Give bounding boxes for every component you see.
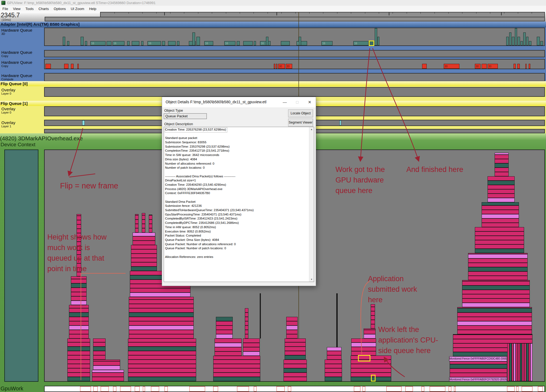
queued-work-segment[interactable]: [67, 355, 90, 360]
menu-item-tools[interactable]: Tools: [23, 6, 36, 11]
queued-work-segment[interactable]: [93, 338, 106, 342]
queued-work-stripe[interactable]: [524, 343, 526, 381]
queued-work-stripe[interactable]: [509, 343, 512, 381]
queue-packet-block[interactable]: [526, 37, 528, 45]
overlay0a-track[interactable]: [44, 87, 545, 97]
queued-work-segment[interactable]: [69, 325, 89, 330]
queue-packet-block[interactable]: [375, 28, 377, 45]
queued-work-segment[interactable]: [69, 308, 89, 313]
queued-work-segment[interactable]: [462, 290, 530, 294]
close-icon[interactable]: ✕: [304, 97, 316, 107]
queued-work-segment[interactable]: [488, 189, 515, 194]
queue-packet-block[interactable]: [299, 37, 301, 45]
gpuwork-block[interactable]: [143, 386, 145, 391]
queued-work-segment[interactable]: [71, 279, 87, 283]
queue-packet-block[interactable]: 16: [224, 41, 235, 45]
queued-work-segment[interactable]: [468, 253, 528, 254]
copy-packet-block[interactable]: 30: [488, 64, 498, 69]
queued-work-segment[interactable]: [69, 305, 89, 308]
queued-work-segment[interactable]: [213, 373, 260, 377]
queued-work-segment[interactable]: [495, 153, 509, 155]
gpuwork-block[interactable]: [422, 386, 424, 391]
gpuwork-block[interactable]: [288, 386, 291, 391]
queued-work-segment[interactable]: [71, 288, 87, 292]
selected-queue-packet[interactable]: [369, 41, 374, 46]
queued-work-segment[interactable]: [457, 317, 532, 321]
queued-work-segment[interactable]: [482, 205, 519, 210]
queued-work-segment[interactable]: [69, 313, 89, 317]
menu-item-view[interactable]: View: [11, 6, 23, 11]
queued-work-segment[interactable]: [351, 364, 391, 368]
menu-item-ui-zoom[interactable]: UI Zoom: [68, 6, 87, 11]
copy-packet-block[interactable]: [64, 64, 68, 69]
queued-work-segment[interactable]: [131, 254, 157, 258]
queued-work-segment[interactable]: [245, 325, 248, 330]
queue-packet-block[interactable]: [127, 41, 130, 45]
queued-work-segment[interactable]: [495, 172, 509, 176]
queued-work-segment[interactable]: [245, 330, 248, 334]
timeline-ruler[interactable]: 2345.7 (10ms): [0, 12, 546, 22]
queued-work-segment[interactable]: [215, 347, 242, 351]
queue-packet-block[interactable]: [243, 41, 253, 45]
menu-item-options[interactable]: Options: [51, 6, 68, 11]
queue-packet-block[interactable]: [177, 41, 179, 45]
queue-packet-block[interactable]: [266, 37, 268, 45]
queued-work-segment[interactable]: [327, 351, 341, 355]
queued-work-segment[interactable]: [129, 317, 194, 321]
queued-work-segment[interactable]: [142, 228, 145, 232]
queue-packet-block[interactable]: [67, 41, 69, 45]
queued-work-segment[interactable]: [128, 373, 196, 377]
queued-work-segment[interactable]: [213, 368, 260, 373]
queued-work-segment[interactable]: [67, 373, 90, 377]
copy-packet-block[interactable]: [525, 64, 527, 69]
queued-work-segment[interactable]: [149, 228, 152, 232]
hw-queue-compute-track[interactable]: [44, 73, 545, 81]
queued-work-segment[interactable]: [475, 244, 524, 249]
queued-work-segment[interactable]: [213, 360, 260, 364]
queued-work-segment[interactable]: [371, 315, 375, 320]
queued-work-segment[interactable]: [457, 321, 532, 325]
ruler-bar-lower[interactable]: [45, 17, 545, 21]
queued-work-segment[interactable]: [128, 338, 196, 342]
gpuwork-block[interactable]: [538, 386, 543, 391]
queue-packet-block[interactable]: [141, 41, 143, 45]
queued-work-segment[interactable]: [495, 168, 509, 172]
queued-work-segment[interactable]: [475, 231, 524, 236]
queued-work-segment[interactable]: [371, 307, 375, 311]
queued-work-segment[interactable]: [129, 330, 194, 334]
queued-work-segment[interactable]: [243, 351, 260, 356]
copy-packet-block[interactable]: [482, 64, 487, 69]
highlighted-packet-box[interactable]: [371, 375, 376, 381]
queued-work-segment[interactable]: [93, 355, 106, 360]
queued-work-segment[interactable]: [462, 285, 530, 290]
queued-work-segment[interactable]: [453, 334, 532, 335]
queued-work-segment[interactable]: [475, 249, 524, 253]
gpuwork-block[interactable]: [507, 386, 515, 391]
queued-work-segment[interactable]: [245, 317, 248, 321]
flip-packet-block[interactable]: [82, 120, 85, 125]
queued-work-segment[interactable]: [462, 294, 530, 298]
queue-packet-block[interactable]: [540, 41, 543, 45]
gpuwork-block[interactable]: [237, 386, 249, 391]
queue-packet-block[interactable]: [132, 41, 139, 45]
queue-packet-block[interactable]: [281, 41, 290, 45]
queued-work-segment[interactable]: [129, 297, 194, 300]
queued-work-segment[interactable]: [488, 181, 515, 185]
queued-work-segment[interactable]: [142, 213, 145, 215]
queued-work-segment[interactable]: [130, 293, 190, 297]
monitored-fence-label[interactable]: Monitored Fence 0xFFFFAB0FCD93C480 (568): [449, 356, 507, 361]
queued-work-segment[interactable]: [215, 351, 242, 356]
queued-work-segment[interactable]: [133, 241, 155, 245]
queued-work-segment[interactable]: [475, 227, 524, 231]
queued-work-segment[interactable]: [475, 236, 524, 240]
queued-work-segment[interactable]: [482, 223, 519, 227]
queued-work-segment[interactable]: [77, 214, 81, 216]
gpuwork-block[interactable]: [386, 386, 402, 391]
queued-work-segment[interactable]: [69, 321, 89, 325]
queued-work-segment[interactable]: [468, 258, 528, 263]
queued-work-segment[interactable]: [131, 267, 157, 271]
segment-viewer-button[interactable]: Segment Viewer: [288, 119, 313, 127]
copy-packet-block[interactable]: [77, 64, 79, 69]
queued-work-spike[interactable]: [260, 293, 261, 338]
queued-work-segment[interactable]: [128, 342, 196, 347]
